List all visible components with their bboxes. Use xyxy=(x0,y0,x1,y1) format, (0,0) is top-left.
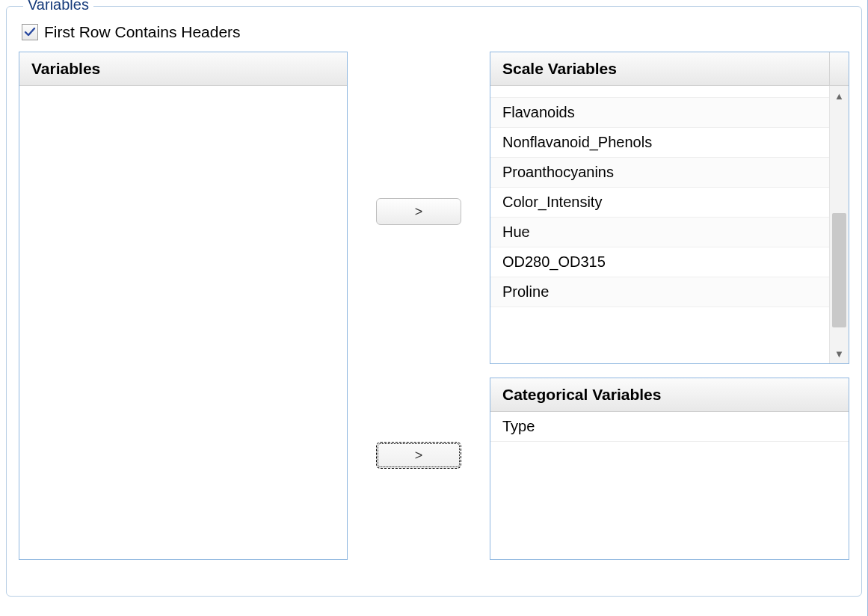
source-variables-listbox[interactable]: Variables xyxy=(19,52,348,560)
list-item[interactable]: Type xyxy=(490,412,849,442)
first-row-headers-label: First Row Contains Headers xyxy=(44,23,241,41)
chevron-right-icon: > xyxy=(415,448,423,463)
list-item[interactable]: OD280_OD315 xyxy=(490,247,829,277)
list-item[interactable]: Hue xyxy=(490,218,829,247)
scale-variables-header: Scale Variables xyxy=(490,52,849,86)
list-item[interactable]: Proanthocyanins xyxy=(490,158,829,188)
check-icon xyxy=(24,26,36,38)
move-to-scale-button[interactable]: > xyxy=(376,198,461,225)
scroll-down-icon[interactable]: ▼ xyxy=(830,344,849,363)
move-to-categorical-button[interactable]: > xyxy=(376,442,461,469)
scale-variables-listbox[interactable]: Scale Variables FlavanoidsNonflavanoid_P… xyxy=(490,52,849,364)
categorical-variables-listbox[interactable]: Categorical Variables Type xyxy=(490,378,849,560)
variables-fieldset: Variables First Row Contains Headers Var… xyxy=(6,6,862,597)
fieldset-legend: Variables xyxy=(23,0,93,13)
scrollbar-thumb[interactable] xyxy=(832,213,846,327)
list-item[interactable]: Proline xyxy=(490,277,829,307)
scrollbar-track[interactable] xyxy=(830,105,849,344)
scale-scrollbar[interactable]: ▲ ▼ xyxy=(829,86,849,363)
list-item[interactable]: Flavanoids xyxy=(490,98,829,128)
chevron-right-icon: > xyxy=(415,204,423,220)
list-item[interactable]: Color_Intensity xyxy=(490,188,829,218)
categorical-variables-header: Categorical Variables xyxy=(490,378,849,412)
source-variables-header: Variables xyxy=(19,52,347,86)
scroll-up-icon[interactable]: ▲ xyxy=(830,86,849,105)
first-row-headers-row: First Row Contains Headers xyxy=(22,23,849,41)
list-item[interactable] xyxy=(490,86,829,98)
list-item[interactable]: Nonflavanoid_Phenols xyxy=(490,128,829,158)
first-row-headers-checkbox[interactable] xyxy=(22,24,38,40)
